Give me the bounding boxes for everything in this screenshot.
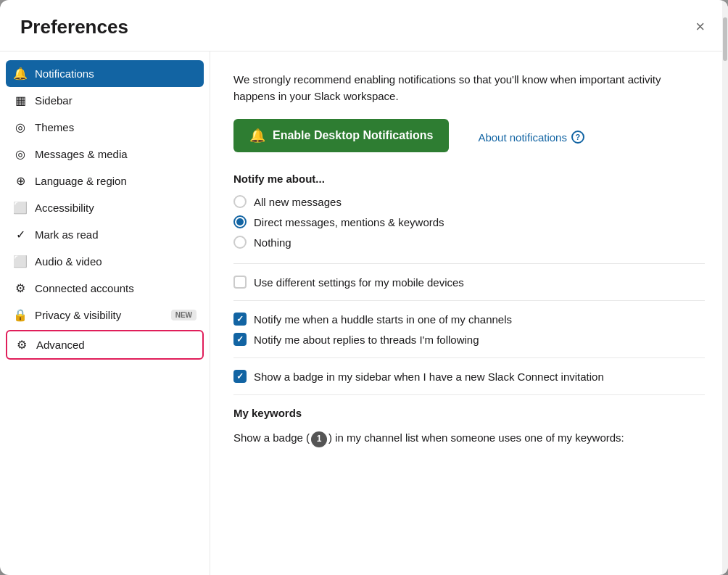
modal-header: Preferences × xyxy=(0,0,728,51)
replies-checkbox-label: Notify me about replies to threads I'm f… xyxy=(254,334,479,346)
radio-label-all: All new messages xyxy=(254,196,342,208)
new-badge: NEW xyxy=(171,310,197,320)
sidebar-label-sidebar: Sidebar xyxy=(35,94,197,107)
themes-icon: ◎ xyxy=(13,120,28,134)
replies-checkbox-box: ✓ xyxy=(233,333,247,346)
divider-2 xyxy=(233,300,705,301)
notify-radio-group: All new messages Direct messages, mentio… xyxy=(233,195,705,249)
bell-icon: 🔔 xyxy=(249,128,265,144)
preferences-modal: Preferences × 🔔 Notifications ▦ Sidebar … xyxy=(0,0,728,575)
sidebar-item-advanced[interactable]: ⚙ Advanced xyxy=(6,330,204,360)
enable-button-label: Enable Desktop Notifications xyxy=(273,129,433,142)
audio-icon: ⬜ xyxy=(13,255,28,268)
divider-3 xyxy=(233,357,705,358)
sidebar-item-privacy[interactable]: 🔒 Privacy & visibility NEW xyxy=(0,302,210,328)
help-icon: ? xyxy=(571,131,584,144)
keywords-text: Show a badge (1) in my channel list when… xyxy=(233,429,705,447)
radio-label-nothing: Nothing xyxy=(254,236,291,249)
sidebar-label-audio: Audio & video xyxy=(35,255,197,268)
sidebar-item-themes[interactable]: ◎ Themes xyxy=(0,114,210,141)
sidebar-item-connected-accounts[interactable]: ⚙ Connected accounts xyxy=(0,275,210,302)
replies-checkbox[interactable]: ✓ Notify me about replies to threads I'm… xyxy=(233,333,705,346)
sidebar-label-language: Language & region xyxy=(35,175,197,187)
accessibility-icon: ⬜ xyxy=(13,201,28,215)
gear-icon: ⚙ xyxy=(15,338,29,352)
sidebar-item-language-region[interactable]: ⊕ Language & region xyxy=(0,167,210,194)
modal-title: Preferences xyxy=(20,16,128,38)
slack-connect-label: Show a badge in my sidebar when I have a… xyxy=(254,371,604,383)
huddle-checkbox-box: ✓ xyxy=(233,313,247,326)
divider-4 xyxy=(233,394,705,395)
modal-body: 🔔 Notifications ▦ Sidebar ◎ Themes ◎ Mes… xyxy=(0,51,728,575)
radio-direct-messages[interactable]: Direct messages, mentions & keywords xyxy=(233,215,705,228)
mobile-checkbox-label: Use different settings for my mobile dev… xyxy=(254,276,464,289)
scrollbar-track[interactable] xyxy=(722,51,728,575)
slack-connect-checkbox-box: ✓ xyxy=(233,370,247,383)
sidebar: 🔔 Notifications ▦ Sidebar ◎ Themes ◎ Mes… xyxy=(0,51,210,575)
notify-section-title: Notify me about... xyxy=(233,173,705,185)
keywords-text-before: Show a badge ( xyxy=(233,431,310,444)
radio-circle-all xyxy=(233,195,247,208)
sidebar-item-audio-video[interactable]: ⬜ Audio & video xyxy=(0,248,210,275)
messages-icon: ◎ xyxy=(13,147,28,161)
mobile-checkbox-box xyxy=(233,276,247,289)
sidebar-label-advanced: Advanced xyxy=(36,339,195,351)
huddle-checkbox[interactable]: ✓ Notify me when a huddle starts in one … xyxy=(233,313,705,326)
content-inner: We strongly recommend enabling notificat… xyxy=(233,72,705,447)
sidebar-item-notifications[interactable]: 🔔 Notifications xyxy=(6,60,204,87)
about-notifications-link[interactable]: About notifications ? xyxy=(478,131,584,144)
radio-circle-nothing xyxy=(233,236,247,249)
sidebar-label-mark-read: Mark as read xyxy=(35,228,197,241)
keywords-title: My keywords xyxy=(233,407,705,419)
keywords-badge: 1 xyxy=(311,431,327,447)
enable-notifications-button[interactable]: 🔔 Enable Desktop Notifications xyxy=(233,119,449,152)
sidebar-label-messages: Messages & media xyxy=(35,148,197,160)
sidebar-item-accessibility[interactable]: ⬜ Accessibility xyxy=(0,194,210,221)
intro-text: We strongly recommend enabling notificat… xyxy=(233,72,683,104)
about-link-label: About notifications xyxy=(478,131,567,144)
divider-1 xyxy=(233,263,705,264)
sidebar-label-themes: Themes xyxy=(35,121,197,133)
action-row: 🔔 Enable Desktop Notifications About not… xyxy=(233,119,705,155)
scrollbar-thumb[interactable] xyxy=(723,51,727,61)
sidebar-label-accessibility: Accessibility xyxy=(35,202,197,214)
sidebar-item-messages-media[interactable]: ◎ Messages & media xyxy=(0,141,210,167)
mark-read-icon: ✓ xyxy=(13,228,28,241)
lock-icon: 🔒 xyxy=(13,308,28,322)
connected-icon: ⚙ xyxy=(13,281,28,295)
content-area: We strongly recommend enabling notificat… xyxy=(210,51,728,575)
sidebar-item-mark-as-read[interactable]: ✓ Mark as read xyxy=(0,221,210,248)
keywords-text-after: ) in my channel list when someone uses o… xyxy=(328,431,624,444)
sidebar-label-connected: Connected accounts xyxy=(35,282,197,294)
slack-connect-checkbox[interactable]: ✓ Show a badge in my sidebar when I have… xyxy=(233,370,705,383)
close-button[interactable]: × xyxy=(692,15,708,39)
radio-nothing[interactable]: Nothing xyxy=(233,236,705,249)
huddle-checkbox-label: Notify me when a huddle starts in one of… xyxy=(254,313,512,326)
sidebar-label-privacy: Privacy & visibility xyxy=(35,309,164,321)
radio-all-messages[interactable]: All new messages xyxy=(233,195,705,208)
bell-icon: 🔔 xyxy=(13,67,28,80)
language-icon: ⊕ xyxy=(13,174,28,188)
sidebar-icon: ▦ xyxy=(13,94,28,107)
sidebar-label-notifications: Notifications xyxy=(35,67,197,80)
mobile-settings-checkbox[interactable]: Use different settings for my mobile dev… xyxy=(233,276,705,289)
radio-circle-direct xyxy=(233,215,247,228)
radio-label-direct: Direct messages, mentions & keywords xyxy=(254,216,444,228)
sidebar-item-sidebar[interactable]: ▦ Sidebar xyxy=(0,87,210,114)
